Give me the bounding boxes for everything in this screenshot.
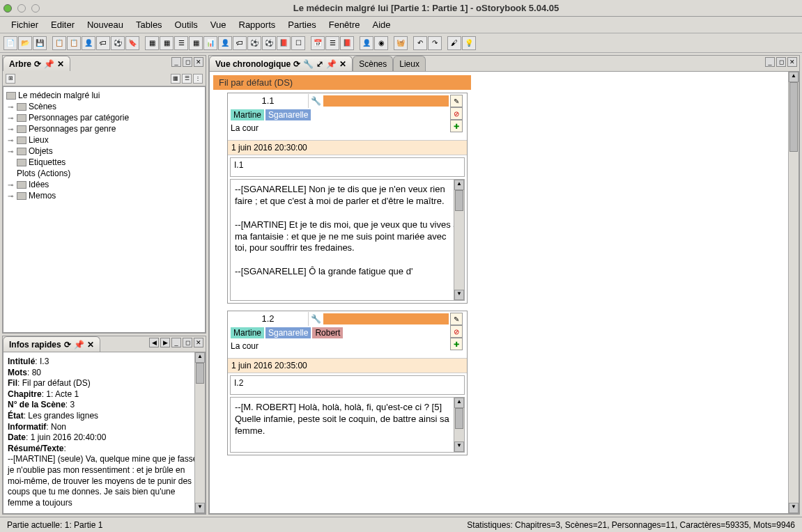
close-tab-icon[interactable]: ✕	[57, 59, 64, 69]
save-icon[interactable]: 💾	[33, 36, 47, 50]
scroll-up-icon[interactable]: ▲	[454, 180, 464, 190]
book-icon[interactable]: 📕	[277, 36, 291, 50]
edit-scene-icon[interactable]: ✎	[450, 313, 463, 325]
scene-id-field[interactable]: I.1	[230, 157, 465, 177]
expand-icon[interactable]: ⊸	[6, 148, 15, 155]
char-tag-sganarelle[interactable]: Sganarelle	[265, 327, 311, 338]
pin-icon[interactable]: 📌	[44, 59, 54, 69]
doc-icon[interactable]: 📋	[52, 36, 66, 50]
expand-icon[interactable]: ⊸	[6, 181, 15, 189]
tag2-icon[interactable]: 🏷	[233, 36, 247, 50]
menu-parties[interactable]: Parties	[282, 17, 321, 32]
settings-icon[interactable]: 🔧	[303, 59, 314, 69]
panel-max-icon[interactable]: ◻	[183, 338, 192, 347]
panel-max-icon[interactable]: ◻	[776, 57, 786, 67]
book2-icon[interactable]: 📕	[340, 36, 354, 50]
scroll-down-icon[interactable]: ▼	[789, 503, 799, 513]
scroll-thumb[interactable]	[455, 190, 463, 211]
box-icon[interactable]: ☐	[291, 36, 305, 50]
scene-text-area[interactable]: --[SGANARELLE] Non je te dis que je n'en…	[230, 179, 465, 301]
char-tag-sganarelle[interactable]: Sganarelle	[265, 109, 311, 120]
scroll-down-icon[interactable]: ▼	[454, 290, 464, 300]
scroll-up-icon[interactable]: ▲	[454, 398, 464, 408]
expand-icon[interactable]: ⊸	[6, 103, 15, 111]
tag-icon[interactable]: 🏷	[96, 36, 110, 50]
ball2-icon[interactable]: ⚽	[247, 36, 261, 50]
scroll-thumb[interactable]	[196, 363, 204, 384]
panel-max-icon[interactable]: ◻	[183, 57, 192, 67]
add-scene-icon[interactable]: ✚	[450, 338, 463, 350]
tree-node-memos[interactable]: ⊸Memos	[6, 190, 202, 201]
pin-icon[interactable]: 📌	[74, 340, 84, 350]
window-close-icon[interactable]	[3, 4, 12, 13]
tree-node-etiquettes[interactable]: Etiquettes	[6, 157, 202, 168]
panel-min-icon[interactable]: _	[171, 57, 181, 67]
edit-scene-icon[interactable]: ✎	[450, 95, 463, 107]
ball-icon[interactable]: ⚽	[111, 36, 125, 50]
close-tab-icon[interactable]: ✕	[87, 340, 94, 350]
new-file-icon[interactable]: 📄	[3, 36, 17, 50]
spiral-icon[interactable]: ◉	[374, 36, 388, 50]
tree-node-lieux[interactable]: ⊸Lieux	[6, 134, 202, 146]
close-tab-icon[interactable]: ✕	[339, 59, 346, 69]
expand-icon[interactable]: ⤢	[316, 59, 323, 69]
panel-nav-prev-icon[interactable]: ◀	[149, 338, 159, 347]
menu-fenetre[interactable]: Fenêtre	[323, 17, 366, 32]
expand-icon[interactable]: ⊸	[6, 192, 15, 200]
text-scrollbar[interactable]: ▲ ▼	[454, 398, 464, 452]
menu-vue[interactable]: Vue	[205, 17, 232, 32]
delete-scene-icon[interactable]: ⊘	[450, 325, 463, 338]
delete-scene-icon[interactable]: ⊘	[450, 107, 463, 120]
grid2-icon[interactable]: ▦	[160, 36, 173, 50]
basket-icon[interactable]: 🧺	[394, 36, 408, 50]
scroll-down-icon[interactable]: ▼	[454, 441, 464, 452]
menu-outils[interactable]: Outils	[169, 17, 203, 32]
grid-icon[interactable]: ▦	[145, 36, 159, 50]
scroll-up-icon[interactable]: ▲	[195, 352, 205, 363]
tab-lieux[interactable]: Lieux	[393, 56, 426, 71]
tab-scenes[interactable]: Scènes	[353, 56, 393, 71]
wrench-icon[interactable]: 🔧	[308, 94, 322, 108]
window-control-icon[interactable]	[17, 4, 26, 13]
cal-icon[interactable]: 📅	[311, 36, 325, 50]
tree-root[interactable]: Le médecin malgré lui	[6, 90, 202, 101]
refresh-icon[interactable]: ⟳	[34, 59, 41, 69]
tree-node-pers-genre[interactable]: ⊸Personnages par genre	[6, 123, 202, 134]
char-tag-martine[interactable]: Martine	[231, 109, 264, 120]
scroll-thumb[interactable]	[789, 82, 798, 152]
tree-node-objets[interactable]: ⊸Objets	[6, 146, 202, 157]
view-grid-icon[interactable]: ▦	[171, 74, 180, 84]
menu-editer[interactable]: Editer	[45, 17, 80, 32]
refresh-icon[interactable]: ⟳	[293, 59, 300, 69]
chart-icon[interactable]: 📊	[203, 36, 217, 50]
panel-close-icon[interactable]: ✕	[194, 57, 203, 67]
panel-min-icon[interactable]: _	[765, 57, 775, 67]
info-scrollbar[interactable]: ▲ ▼	[194, 352, 205, 513]
tree-node-pers-cat[interactable]: ⊸Personnages par catégorie	[6, 112, 202, 123]
tab-infos[interactable]: Infos rapides ⟳ 📌 ✕	[3, 336, 100, 352]
panel-close-icon[interactable]: ✕	[194, 338, 203, 347]
list-icon[interactable]: ☰	[174, 36, 188, 50]
panel-close-icon[interactable]: ✕	[787, 57, 797, 67]
menu-tables[interactable]: Tables	[130, 17, 168, 32]
pin-icon[interactable]: 📌	[326, 59, 337, 69]
undo-icon[interactable]: ↶	[413, 36, 427, 50]
list2-icon[interactable]: ☰	[325, 36, 339, 50]
tree-tool-icon[interactable]: ⊞	[6, 74, 15, 84]
tab-arbre[interactable]: Arbre ⟳ 📌 ✕	[3, 56, 70, 71]
view-opt-icon[interactable]: ⋮	[193, 74, 203, 84]
scene-id-field[interactable]: I.2	[230, 375, 465, 395]
panel-min-icon[interactable]: _	[171, 338, 181, 347]
open-icon[interactable]: 📂	[18, 36, 32, 50]
expand-icon[interactable]: ⊸	[6, 136, 15, 144]
grid3-icon[interactable]: ▦	[189, 36, 203, 50]
ball3-icon[interactable]: ⚽	[262, 36, 276, 50]
doc2-icon[interactable]: 📋	[67, 36, 81, 50]
panel-nav-next-icon[interactable]: ▶	[160, 338, 170, 347]
view-list-icon[interactable]: ☰	[182, 74, 192, 84]
brush-icon[interactable]: 🖌	[447, 36, 461, 50]
face-icon[interactable]: 👤	[360, 36, 373, 50]
add-scene-icon[interactable]: ✚	[450, 120, 463, 132]
menu-rapports[interactable]: Rapports	[233, 17, 282, 32]
person2-icon[interactable]: 👤	[218, 36, 232, 50]
